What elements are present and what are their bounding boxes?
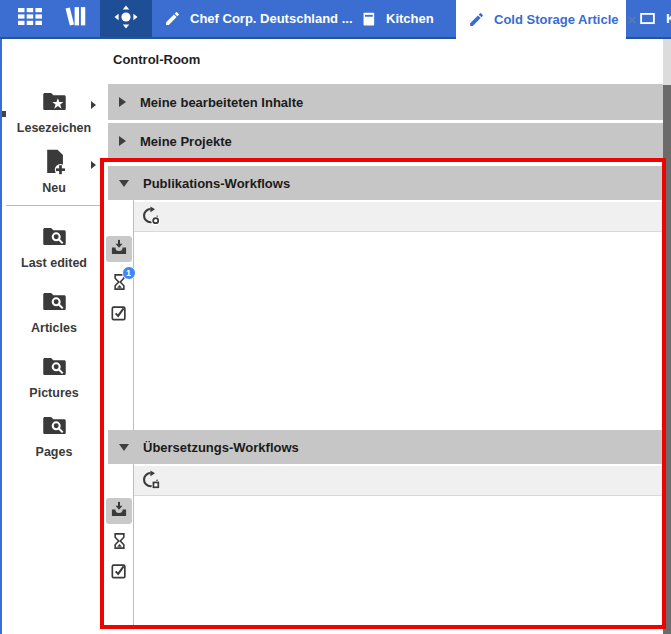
accordion-uebersetzungs-workflows[interactable]: Übersetzungs-Workflows: [108, 430, 663, 464]
folder-search-icon: [41, 223, 68, 254]
accordion-meine-bearbeiteten-inhalte[interactable]: Meine bearbeiteten Inhalte: [108, 84, 663, 120]
sidebar-item-pictures[interactable]: Pictures: [2, 353, 106, 400]
apps-grid-button[interactable]: [6, 0, 53, 37]
checkbox-check-icon: [109, 303, 129, 327]
folder-star-icon: [41, 88, 68, 119]
scrollbar-track: [663, 39, 671, 85]
checkbox-check-icon: [109, 561, 129, 585]
accordion-meine-projekte[interactable]: Meine Projekte: [108, 123, 663, 159]
accordion-label: Publikations-Workflows: [143, 176, 290, 191]
sidebar-item-articles[interactable]: Articles: [2, 288, 106, 335]
window-outline-icon: [638, 10, 657, 27]
accordion-label: Übersetzungs-Workflows: [143, 440, 299, 455]
pencil-icon: [164, 10, 181, 27]
sidebar-item-label: Lesezeichen: [2, 121, 106, 135]
publication-pending-button[interactable]: 1: [106, 269, 132, 295]
start-publication-workflow-icon[interactable]: [141, 206, 162, 227]
rail-divider: [133, 200, 134, 430]
library-books-icon: [64, 4, 89, 33]
library-button[interactable]: [53, 0, 100, 37]
publication-inbox-button[interactable]: [106, 236, 132, 262]
chevron-right-icon: [119, 97, 126, 107]
folder-search-icon: [41, 353, 68, 384]
tab-chef-corp[interactable]: Chef Corp. Deutschland ...: [152, 0, 348, 37]
publication-workflow-toolbar: [134, 202, 663, 232]
hourglass-icon: [110, 531, 129, 555]
tab-label: Cold Storage Article: [494, 12, 618, 27]
inbox-download-icon: [109, 499, 129, 523]
start-translation-workflow-icon[interactable]: [141, 470, 162, 491]
tab-label: Kitchen: [666, 11, 671, 26]
sidebar-item-last-edited[interactable]: Last edited: [2, 223, 106, 270]
accordion-label: Meine Projekte: [140, 134, 232, 149]
translation-pending-button[interactable]: [106, 530, 132, 556]
publication-finished-button[interactable]: [106, 302, 132, 328]
sidebar-item-label: Pages: [2, 445, 106, 459]
control-room-nav-button[interactable]: [100, 0, 152, 37]
hourglass-icon: 1: [110, 272, 129, 292]
sidebar-item-label: Pictures: [2, 386, 106, 400]
folder-search-icon: [41, 412, 68, 443]
tab-label: Kitchen: [386, 11, 434, 26]
flyout-arrow-icon[interactable]: [91, 101, 96, 109]
flyout-arrow-icon[interactable]: [91, 161, 96, 169]
chevron-down-icon: [119, 444, 129, 451]
sidebar-item-label: Neu: [2, 181, 106, 195]
sidebar-divider: [6, 205, 100, 206]
book-solid-icon: [360, 10, 377, 28]
file-plus-icon: [41, 148, 68, 179]
top-bar: Chef Corp. Deutschland ... Kitchen Cold …: [0, 0, 671, 39]
chevron-down-icon: [119, 180, 129, 187]
sidebar-item-label: Last edited: [2, 256, 106, 270]
tab-label: Chef Corp. Deutschland ...: [190, 11, 353, 26]
panel-splitter[interactable]: [663, 85, 671, 634]
sidebar: Lesezeichen Neu: [0, 39, 104, 634]
tab-cold-storage-article[interactable]: Cold Storage Article ×: [456, 0, 626, 39]
move-crosshair-icon: [114, 5, 138, 33]
tab-kitchen[interactable]: Kitchen: [348, 0, 456, 37]
pencil-icon: [468, 11, 485, 28]
translation-inbox-button[interactable]: [106, 498, 132, 524]
accordion-publikations-workflows[interactable]: Publikations-Workflows: [108, 166, 663, 200]
translation-workflow-toolbar: [134, 466, 663, 496]
apps-grid-icon: [17, 7, 43, 30]
sidebar-item-pages[interactable]: Pages: [2, 412, 106, 459]
tab-close-icon[interactable]: ×: [627, 12, 636, 27]
folder-search-icon: [41, 288, 68, 319]
sidebar-item-lesezeichen[interactable]: Lesezeichen: [2, 88, 106, 135]
inbox-download-icon: [109, 237, 129, 261]
application-window: Chef Corp. Deutschland ... Kitchen Cold …: [0, 0, 671, 634]
sidebar-item-neu[interactable]: Neu: [2, 148, 106, 195]
accordion-label: Meine bearbeiteten Inhalte: [140, 95, 303, 110]
sidebar-item-label: Articles: [2, 321, 106, 335]
pending-count-badge: 1: [122, 266, 136, 280]
chevron-right-icon: [119, 136, 126, 146]
page-title: Control-Room: [113, 52, 200, 67]
translation-finished-button[interactable]: [106, 560, 132, 586]
